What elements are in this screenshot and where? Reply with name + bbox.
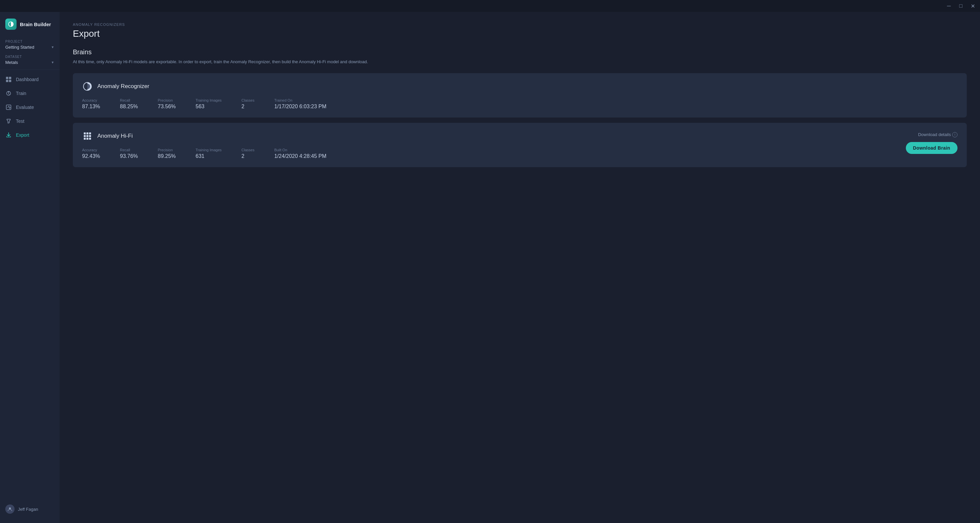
hifi-stat-training-images-label: Training Images: [196, 148, 221, 152]
hifi-stat-accuracy: Accuracy 92.43%: [82, 148, 100, 159]
main-content: ANOMALY RECOGNIZERS Export Brains At thi…: [60, 12, 980, 523]
stat-classes-value: 2: [241, 103, 254, 110]
hifi-stat-recall-value: 93.76%: [120, 153, 138, 159]
hifi-stat-recall: Recall 93.76%: [120, 148, 138, 159]
svg-rect-12: [84, 135, 86, 137]
train-label: Train: [16, 91, 26, 96]
hifi-stat-classes-label: Classes: [241, 148, 254, 152]
sidebar-item-evaluate[interactable]: Evaluate: [0, 100, 60, 114]
hifi-stat-classes: Classes 2: [241, 148, 254, 159]
stat-precision-label: Precision: [158, 98, 176, 102]
stat-recall-value: 88.25%: [120, 103, 138, 110]
test-label: Test: [16, 119, 24, 124]
hifi-stat-accuracy-label: Accuracy: [82, 148, 100, 152]
dashboard-label: Dashboard: [16, 77, 39, 82]
svg-rect-17: [89, 138, 91, 140]
hifi-stat-classes-value: 2: [241, 153, 254, 159]
svg-rect-2: [6, 80, 8, 82]
hifi-stat-built-on-label: Built On: [274, 148, 326, 152]
hifi-stat-precision: Precision 89.25%: [158, 148, 176, 159]
hifi-stat-precision-value: 89.25%: [158, 153, 176, 159]
sidebar-item-test[interactable]: Test: [0, 114, 60, 128]
project-section: PROJECT Getting Started ▼: [0, 37, 60, 52]
hifi-stat-built-on-value: 1/24/2020 4:28:45 PM: [274, 153, 326, 159]
dataset-section: DATASET Metals ▼: [0, 52, 60, 67]
anomaly-hifi-card: Anomaly Hi-Fi Accuracy 92.43% Recall 93.…: [73, 123, 967, 167]
anomaly-hifi-icon: [82, 131, 93, 141]
svg-point-7: [9, 507, 11, 509]
dataset-chevron-icon: ▼: [51, 60, 54, 64]
stat-accuracy: Accuracy 87.13%: [82, 98, 100, 110]
svg-rect-15: [84, 138, 86, 140]
stat-training-images-label: Training Images: [196, 98, 221, 102]
stat-recall: Recall 88.25%: [120, 98, 138, 110]
logo-icon: [5, 19, 17, 30]
hifi-stat-precision-label: Precision: [158, 148, 176, 152]
svg-rect-14: [89, 135, 91, 137]
project-selector[interactable]: Getting Started ▼: [5, 45, 54, 50]
stat-training-images-value: 563: [196, 103, 221, 110]
sidebar-item-export[interactable]: Export: [0, 128, 60, 142]
svg-rect-13: [86, 135, 88, 137]
svg-rect-11: [89, 132, 91, 134]
svg-rect-3: [9, 80, 11, 82]
stat-trained-on: Trained On 1/17/2020 6:03:23 PM: [274, 98, 326, 110]
user-name: Jeff Fagan: [18, 507, 38, 512]
brains-section-desc: At this time, only Anomaly Hi-Fi models …: [73, 59, 967, 65]
breadcrumb: ANOMALY RECOGNIZERS: [73, 22, 967, 27]
svg-rect-16: [86, 138, 88, 140]
project-value: Getting Started: [5, 45, 34, 50]
svg-rect-0: [6, 77, 8, 79]
download-details-link[interactable]: Download details i: [918, 132, 958, 137]
dataset-label: DATASET: [5, 55, 54, 59]
stat-trained-on-value: 1/17/2020 6:03:23 PM: [274, 103, 326, 110]
test-icon: [5, 118, 12, 124]
minimize-button[interactable]: ─: [945, 3, 952, 9]
user-footer: Jeff Fagan: [0, 501, 60, 518]
download-brain-button[interactable]: Download Brain: [906, 142, 958, 154]
dashboard-icon: [5, 76, 12, 83]
stat-classes-label: Classes: [241, 98, 254, 102]
evaluate-icon: [5, 104, 12, 111]
hifi-stat-accuracy-value: 92.43%: [82, 153, 100, 159]
logo-text: Brain Builder: [20, 22, 51, 27]
brains-section-title: Brains: [73, 48, 967, 56]
hifi-stat-training-images: Training Images 631: [196, 148, 221, 159]
page-title: Export: [73, 29, 967, 39]
hifi-stat-recall-label: Recall: [120, 148, 138, 152]
stat-recall-label: Recall: [120, 98, 138, 102]
main-nav: Dashboard Train: [0, 73, 60, 142]
stat-accuracy-label: Accuracy: [82, 98, 100, 102]
stat-precision: Precision 73.56%: [158, 98, 176, 110]
stat-trained-on-label: Trained On: [274, 98, 326, 102]
logo-area[interactable]: Brain Builder: [0, 12, 60, 37]
stat-classes: Classes 2: [241, 98, 254, 110]
stat-training-images: Training Images 563: [196, 98, 221, 110]
anomaly-recognizer-card: Anomaly Recognizer Accuracy 87.13% Recal…: [73, 73, 967, 118]
dataset-selector[interactable]: Metals ▼: [5, 60, 54, 65]
stat-precision-value: 73.56%: [158, 103, 176, 110]
anomaly-recognizer-stats: Accuracy 87.13% Recall 88.25% Precision …: [82, 98, 958, 110]
svg-rect-9: [84, 132, 86, 134]
anomaly-recognizer-icon: [82, 81, 93, 92]
dataset-value: Metals: [5, 60, 18, 65]
sidebar: Brain Builder PROJECT Getting Started ▼ …: [0, 12, 60, 523]
hifi-stat-training-images-value: 631: [196, 153, 221, 159]
project-label: PROJECT: [5, 40, 54, 43]
close-button[interactable]: ✕: [969, 3, 976, 9]
export-label: Export: [16, 132, 29, 138]
anomaly-hifi-title: Anomaly Hi-Fi: [97, 133, 133, 139]
avatar: [5, 504, 14, 514]
export-icon: [5, 132, 12, 138]
anomaly-recognizer-title: Anomaly Recognizer: [97, 83, 149, 90]
evaluate-label: Evaluate: [16, 105, 34, 110]
sidebar-item-train[interactable]: Train: [0, 86, 60, 100]
sidebar-item-dashboard[interactable]: Dashboard: [0, 73, 60, 86]
train-icon: [5, 90, 12, 97]
hifi-stat-built-on: Built On 1/24/2020 4:28:45 PM: [274, 148, 326, 159]
info-icon: i: [952, 132, 958, 137]
svg-rect-1: [9, 77, 11, 79]
project-chevron-icon: ▼: [51, 45, 54, 49]
download-details-label: Download details: [918, 132, 951, 137]
maximize-button[interactable]: □: [958, 3, 964, 9]
